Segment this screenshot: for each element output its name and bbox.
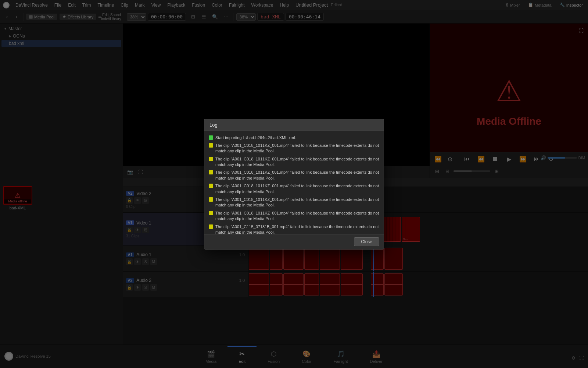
log-dot-6 xyxy=(209,211,213,215)
log-dot-4 xyxy=(209,184,213,188)
log-dot-5 xyxy=(209,197,213,202)
close-button[interactable]: Close xyxy=(354,237,379,246)
log-entry-2: The clip "A001_C018_1011KZ_001.mp4" fail… xyxy=(207,155,381,169)
dialog-body[interactable]: Start importing L:/bad-h264s-2/bad-XML.x… xyxy=(204,131,384,234)
log-entry-5: The clip "A001_C018_1011KZ_001.mp4" fail… xyxy=(207,196,381,209)
log-dialog: Log Start importing L:/bad-h264s-2/bad-X… xyxy=(204,119,384,250)
log-dot-0 xyxy=(209,135,213,140)
log-entry-7: The clip "A001_C115_07181B_001.mp4" fail… xyxy=(207,223,381,234)
dialog-footer: Close xyxy=(204,234,384,249)
log-entry-4: The clip "A001_C018_1011KZ_001.mp4" fail… xyxy=(207,182,381,196)
log-text-0: Start importing L:/bad-h264s-2/bad-XML.x… xyxy=(215,135,296,141)
dialog-overlay: Log Start importing L:/bad-h264s-2/bad-X… xyxy=(0,0,588,368)
log-text-5: The clip "A001_C018_1011KZ_001.mp4" fail… xyxy=(215,197,379,208)
log-text-6: The clip "A001_C018_1011KZ_001.mp4" fail… xyxy=(215,210,379,222)
log-entry-3: The clip "A001_C018_1011KZ_001.mp4" fail… xyxy=(207,169,381,182)
log-text-2: The clip "A001_C018_1011KZ_001.mp4" fail… xyxy=(215,156,379,168)
log-entry-1: The clip "A001_C018_1011KZ_001.mp4" fail… xyxy=(207,142,381,155)
log-dot-7 xyxy=(209,224,213,229)
log-dot-2 xyxy=(209,157,213,161)
dialog-title: Log xyxy=(204,119,384,131)
log-text-4: The clip "A001_C018_1011KZ_001.mp4" fail… xyxy=(215,183,379,195)
log-dot-3 xyxy=(209,170,213,174)
log-dot-1 xyxy=(209,143,213,148)
log-entry-0: Start importing L:/bad-h264s-2/bad-XML.x… xyxy=(207,134,381,142)
log-text-7: The clip "A001_C115_07181B_001.mp4" fail… xyxy=(215,224,379,234)
log-entry-6: The clip "A001_C018_1011KZ_001.mp4" fail… xyxy=(207,209,381,223)
log-text-3: The clip "A001_C018_1011KZ_001.mp4" fail… xyxy=(215,170,379,181)
log-text-1: The clip "A001_C018_1011KZ_001.mp4" fail… xyxy=(215,143,379,154)
